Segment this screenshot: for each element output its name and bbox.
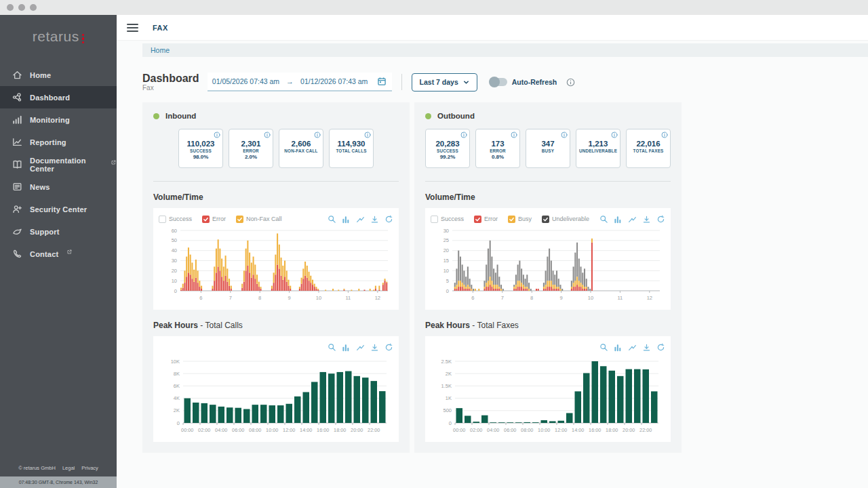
stat-label: SUCCESS [426, 148, 469, 153]
sidebar-item-label: Security Center [30, 205, 87, 214]
line-chart-icon[interactable] [628, 343, 637, 352]
download-icon[interactable] [370, 343, 379, 352]
volume-chart-card-inbound: SuccessErrorNon-Fax Call0102030405060678… [153, 208, 399, 310]
svg-text:18:00: 18:00 [606, 427, 618, 433]
checkbox-checked-icon[interactable] [508, 216, 515, 223]
external-link-icon [66, 249, 73, 255]
sidebar-item-security-center[interactable]: Security Center [0, 198, 117, 220]
restore-icon[interactable] [384, 215, 393, 224]
restore-icon[interactable] [656, 343, 665, 352]
sidebar-item-monitoring[interactable]: Monitoring [0, 108, 117, 131]
sidebar-item-reporting[interactable]: Reporting [0, 131, 117, 153]
svg-text:5: 5 [446, 278, 449, 284]
svg-text:8K: 8K [174, 371, 180, 377]
window-control-dot[interactable] [7, 4, 14, 11]
bar-chart-icon[interactable] [614, 215, 623, 224]
info-icon[interactable] [566, 78, 575, 87]
legend-label: Non-Fax Call [246, 216, 282, 222]
info-icon[interactable] [460, 131, 467, 138]
line-chart-icon[interactable] [356, 215, 365, 224]
page-subtitle: Fax [142, 84, 199, 92]
panel-header-outbound: Outbound [425, 112, 671, 120]
bar-chart-icon[interactable] [342, 215, 351, 224]
sidebar-item-support[interactable]: Support [0, 220, 117, 243]
window-control-dot[interactable] [30, 4, 37, 11]
info-icon[interactable] [364, 131, 371, 138]
retarus-logo[interactable]: retarus [0, 15, 117, 58]
restore-icon[interactable] [656, 215, 665, 224]
info-icon[interactable] [611, 131, 618, 138]
sidebar-item-news[interactable]: News [0, 176, 117, 198]
bar-chart-icon[interactable] [614, 343, 623, 352]
calendar-icon[interactable] [377, 77, 387, 86]
privacy-link[interactable]: Privacy [81, 465, 98, 471]
sidebar-item-home[interactable]: Home [0, 64, 117, 86]
svg-text:10: 10 [316, 295, 321, 301]
inbound-volume-chart[interactable]: 01020304050606789101112 [159, 227, 393, 307]
checkbox-checked-icon[interactable] [202, 216, 210, 223]
stat-card-total-faxes: 22,016TOTAL FAXES [626, 129, 671, 168]
sidebar-item-dashboard[interactable]: Dashboard [0, 86, 117, 108]
topbar: FAX [117, 15, 868, 41]
date-to[interactable]: 01/12/2026 07:43 am [300, 77, 368, 85]
line-chart-icon[interactable] [628, 215, 637, 224]
legend-item-success[interactable]: Success [431, 216, 464, 223]
range-preset-button[interactable]: Last 7 days [412, 73, 477, 92]
window-control-dot[interactable] [18, 4, 25, 11]
checkbox-checked-icon[interactable] [474, 216, 481, 223]
svg-text:22:00: 22:00 [368, 427, 380, 433]
legend-item-error[interactable]: Error [202, 216, 226, 223]
breadcrumb-home[interactable]: Home [151, 46, 170, 54]
zoom-icon[interactable] [328, 343, 336, 352]
line-chart-icon[interactable] [356, 343, 365, 352]
date-from[interactable]: 01/05/2026 07:43 am [212, 77, 279, 85]
svg-text:2K: 2K [446, 371, 452, 377]
svg-text:10: 10 [588, 295, 593, 301]
info-icon[interactable] [214, 131, 220, 138]
checkbox-unchecked-icon[interactable] [431, 216, 438, 223]
zoom-icon[interactable] [599, 343, 608, 352]
svg-text:00:00: 00:00 [453, 427, 465, 433]
legend-item-non-fax-call[interactable]: Non-Fax Call [236, 216, 282, 223]
bar-chart-icon[interactable] [342, 343, 351, 352]
sidebar-item-documentation-center[interactable]: Documentation Center [0, 153, 117, 176]
zoom-icon[interactable] [599, 215, 608, 224]
legend-item-busy[interactable]: Busy [508, 216, 532, 223]
inbound-peak-hours-chart[interactable]: 02K4K6K8K10K00:0002:0004:0006:0008:0010:… [159, 355, 393, 439]
info-icon[interactable] [314, 131, 321, 138]
app-label: FAX [153, 24, 168, 32]
download-icon[interactable] [370, 215, 379, 224]
download-icon[interactable] [642, 215, 651, 224]
stat-percentage: 99.2% [426, 154, 469, 160]
date-range-picker[interactable]: 01/05/2026 07:43 am → 01/12/2026 07:43 a… [208, 73, 392, 92]
zoom-icon[interactable] [328, 215, 336, 224]
info-icon[interactable] [661, 131, 668, 138]
stat-label: ERROR [476, 148, 519, 153]
legend-item-error[interactable]: Error [474, 216, 498, 223]
documentation-icon [12, 159, 23, 170]
svg-text:06:00: 06:00 [504, 427, 516, 433]
legend-item-undeliverable[interactable]: Undeliverable [542, 216, 589, 223]
info-icon[interactable] [511, 131, 517, 138]
outbound-volume-chart[interactable]: 0510152025306789101112 [431, 227, 665, 307]
sidebar-item-contact[interactable]: Contact [0, 243, 117, 265]
download-icon[interactable] [642, 343, 651, 352]
chart-toolbox [599, 343, 665, 352]
sidebar-item-label: Dashboard [30, 94, 70, 102]
auto-refresh-toggle[interactable] [490, 78, 507, 86]
checkbox-checked-icon[interactable] [542, 216, 549, 223]
restore-icon[interactable] [384, 343, 393, 352]
stat-value: 22,016 [627, 140, 670, 148]
checkbox-checked-icon[interactable] [236, 216, 243, 223]
svg-text:8: 8 [530, 295, 533, 301]
menu-toggle-icon[interactable] [127, 24, 138, 32]
chart-controls: SuccessErrorBusyUndeliverable [431, 212, 665, 226]
main-content: FAX Home Dashboard Fax 01/05/2026 07:43 … [117, 15, 868, 488]
info-icon[interactable] [264, 131, 271, 138]
checkbox-unchecked-icon[interactable] [159, 216, 166, 223]
svg-text:500: 500 [443, 407, 452, 413]
legend-item-success[interactable]: Success [159, 216, 192, 223]
info-icon[interactable] [561, 131, 568, 138]
outbound-peak-hours-chart[interactable]: 05001K1.5K2K2.5K00:0002:0004:0006:0008:0… [431, 355, 665, 439]
legal-link[interactable]: Legal [62, 465, 75, 471]
